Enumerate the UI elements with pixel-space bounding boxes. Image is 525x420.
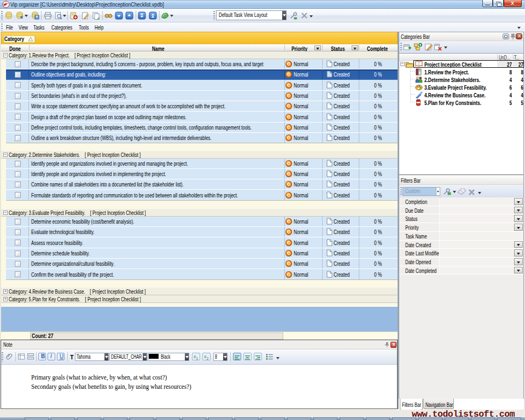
svg-text:5: 5 <box>419 69 421 72</box>
